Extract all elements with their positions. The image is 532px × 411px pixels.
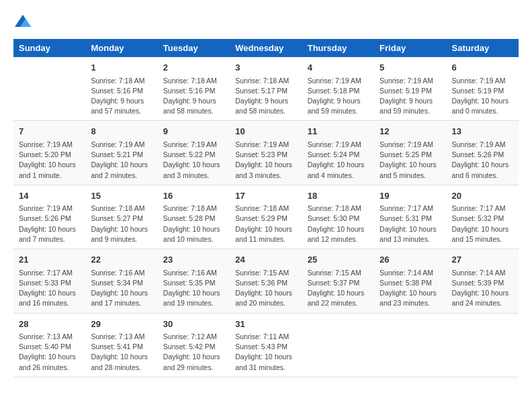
calendar-cell: 8Sunrise: 7:19 AM Sunset: 5:21 PM Daylig… xyxy=(85,121,157,185)
day-info: Sunrise: 7:18 AM Sunset: 5:29 PM Dayligh… xyxy=(235,203,296,244)
calendar-cell: 11Sunrise: 7:19 AM Sunset: 5:24 PM Dayli… xyxy=(302,121,374,185)
day-info: Sunrise: 7:12 AM Sunset: 5:42 PM Dayligh… xyxy=(163,332,224,373)
day-number: 19 xyxy=(380,189,441,203)
calendar-cell: 15Sunrise: 7:18 AM Sunset: 5:27 PM Dayli… xyxy=(85,185,157,248)
day-info: Sunrise: 7:19 AM Sunset: 5:22 PM Dayligh… xyxy=(163,140,224,181)
day-info: Sunrise: 7:14 AM Sunset: 5:38 PM Dayligh… xyxy=(380,268,441,309)
day-info: Sunrise: 7:19 AM Sunset: 5:24 PM Dayligh… xyxy=(308,140,369,181)
day-info: Sunrise: 7:17 AM Sunset: 5:31 PM Dayligh… xyxy=(380,203,441,244)
day-info: Sunrise: 7:18 AM Sunset: 5:16 PM Dayligh… xyxy=(91,76,152,117)
day-number: 9 xyxy=(163,125,224,138)
weekday-header-row: SundayMondayTuesdayWednesdayThursdayFrid… xyxy=(13,39,519,57)
day-info: Sunrise: 7:19 AM Sunset: 5:26 PM Dayligh… xyxy=(452,140,513,181)
calendar-cell: 31Sunrise: 7:11 AM Sunset: 5:43 PM Dayli… xyxy=(230,313,302,377)
day-number: 17 xyxy=(235,189,296,203)
calendar-cell: 12Sunrise: 7:19 AM Sunset: 5:25 PM Dayli… xyxy=(374,121,446,185)
day-info: Sunrise: 7:19 AM Sunset: 5:23 PM Dayligh… xyxy=(235,140,296,181)
day-info: Sunrise: 7:19 AM Sunset: 5:25 PM Dayligh… xyxy=(380,140,441,181)
day-number: 30 xyxy=(163,318,224,331)
calendar-cell: 20Sunrise: 7:17 AM Sunset: 5:32 PM Dayli… xyxy=(447,185,519,248)
calendar-cell: 4Sunrise: 7:19 AM Sunset: 5:18 PM Daylig… xyxy=(302,57,374,121)
day-info: Sunrise: 7:13 AM Sunset: 5:41 PM Dayligh… xyxy=(91,332,152,373)
day-number: 22 xyxy=(91,253,152,267)
calendar-cell xyxy=(302,313,374,377)
day-number: 26 xyxy=(380,253,441,267)
calendar-cell: 29Sunrise: 7:13 AM Sunset: 5:41 PM Dayli… xyxy=(85,313,157,377)
day-info: Sunrise: 7:18 AM Sunset: 5:28 PM Dayligh… xyxy=(163,203,224,244)
calendar-cell: 1Sunrise: 7:18 AM Sunset: 5:16 PM Daylig… xyxy=(85,57,157,121)
calendar-cell: 28Sunrise: 7:13 AM Sunset: 5:40 PM Dayli… xyxy=(13,313,85,377)
calendar-cell xyxy=(447,313,519,377)
day-info: Sunrise: 7:18 AM Sunset: 5:27 PM Dayligh… xyxy=(91,203,152,244)
calendar-cell: 27Sunrise: 7:14 AM Sunset: 5:39 PM Dayli… xyxy=(447,249,519,313)
day-number: 10 xyxy=(235,125,296,138)
calendar-cell: 30Sunrise: 7:12 AM Sunset: 5:42 PM Dayli… xyxy=(158,313,230,377)
calendar-cell: 23Sunrise: 7:16 AM Sunset: 5:35 PM Dayli… xyxy=(158,249,230,313)
day-info: Sunrise: 7:14 AM Sunset: 5:39 PM Dayligh… xyxy=(452,268,513,309)
calendar-cell: 2Sunrise: 7:18 AM Sunset: 5:16 PM Daylig… xyxy=(158,57,230,121)
day-info: Sunrise: 7:19 AM Sunset: 5:20 PM Dayligh… xyxy=(19,140,80,181)
calendar-week-row: 1Sunrise: 7:18 AM Sunset: 5:16 PM Daylig… xyxy=(13,57,519,121)
calendar-cell: 22Sunrise: 7:16 AM Sunset: 5:34 PM Dayli… xyxy=(85,249,157,313)
day-info: Sunrise: 7:18 AM Sunset: 5:16 PM Dayligh… xyxy=(163,76,224,117)
day-info: Sunrise: 7:19 AM Sunset: 5:26 PM Dayligh… xyxy=(19,203,80,244)
calendar-cell xyxy=(13,57,85,121)
calendar-cell: 17Sunrise: 7:18 AM Sunset: 5:29 PM Dayli… xyxy=(230,185,302,248)
day-number: 23 xyxy=(163,253,224,267)
calendar-cell: 10Sunrise: 7:19 AM Sunset: 5:23 PM Dayli… xyxy=(230,121,302,185)
day-info: Sunrise: 7:15 AM Sunset: 5:37 PM Dayligh… xyxy=(308,268,369,309)
day-number: 13 xyxy=(452,125,513,138)
day-number: 25 xyxy=(308,253,369,267)
day-number: 16 xyxy=(163,189,224,203)
day-info: Sunrise: 7:16 AM Sunset: 5:34 PM Dayligh… xyxy=(91,268,152,309)
day-info: Sunrise: 7:18 AM Sunset: 5:30 PM Dayligh… xyxy=(308,203,369,244)
calendar-table: SundayMondayTuesdayWednesdayThursdayFrid… xyxy=(13,39,519,377)
day-number: 18 xyxy=(308,189,369,203)
day-number: 6 xyxy=(452,61,513,75)
day-info: Sunrise: 7:19 AM Sunset: 5:18 PM Dayligh… xyxy=(308,76,369,117)
day-number: 11 xyxy=(308,125,369,138)
calendar-week-row: 21Sunrise: 7:17 AM Sunset: 5:33 PM Dayli… xyxy=(13,249,519,313)
weekday-header-friday: Friday xyxy=(374,39,446,57)
calendar-cell: 19Sunrise: 7:17 AM Sunset: 5:31 PM Dayli… xyxy=(374,185,446,248)
calendar-cell: 21Sunrise: 7:17 AM Sunset: 5:33 PM Dayli… xyxy=(13,249,85,313)
weekday-header-tuesday: Tuesday xyxy=(158,39,230,57)
day-info: Sunrise: 7:11 AM Sunset: 5:43 PM Dayligh… xyxy=(235,332,296,373)
day-info: Sunrise: 7:17 AM Sunset: 5:32 PM Dayligh… xyxy=(452,203,513,244)
day-number: 2 xyxy=(163,61,224,75)
day-number: 4 xyxy=(308,61,369,75)
day-number: 24 xyxy=(235,253,296,267)
day-number: 8 xyxy=(91,125,152,138)
day-number: 21 xyxy=(19,253,80,267)
day-number: 29 xyxy=(91,318,152,331)
day-number: 14 xyxy=(19,189,80,203)
calendar-cell: 14Sunrise: 7:19 AM Sunset: 5:26 PM Dayli… xyxy=(13,185,85,248)
day-info: Sunrise: 7:15 AM Sunset: 5:36 PM Dayligh… xyxy=(235,268,296,309)
weekday-header-thursday: Thursday xyxy=(302,39,374,57)
day-info: Sunrise: 7:19 AM Sunset: 5:21 PM Dayligh… xyxy=(91,140,152,181)
calendar-cell: 13Sunrise: 7:19 AM Sunset: 5:26 PM Dayli… xyxy=(447,121,519,185)
calendar-cell: 18Sunrise: 7:18 AM Sunset: 5:30 PM Dayli… xyxy=(302,185,374,248)
calendar-cell: 25Sunrise: 7:15 AM Sunset: 5:37 PM Dayli… xyxy=(302,249,374,313)
day-info: Sunrise: 7:13 AM Sunset: 5:40 PM Dayligh… xyxy=(19,332,80,373)
day-number: 5 xyxy=(380,61,441,75)
day-info: Sunrise: 7:19 AM Sunset: 5:19 PM Dayligh… xyxy=(380,76,441,117)
day-number: 3 xyxy=(235,61,296,75)
day-info: Sunrise: 7:16 AM Sunset: 5:35 PM Dayligh… xyxy=(163,268,224,309)
calendar-cell: 16Sunrise: 7:18 AM Sunset: 5:28 PM Dayli… xyxy=(158,185,230,248)
logo xyxy=(13,13,35,32)
day-number: 27 xyxy=(452,253,513,267)
logo-icon xyxy=(13,13,32,32)
weekday-header-wednesday: Wednesday xyxy=(230,39,302,57)
weekday-header-sunday: Sunday xyxy=(13,39,85,57)
calendar-cell: 26Sunrise: 7:14 AM Sunset: 5:38 PM Dayli… xyxy=(374,249,446,313)
calendar-cell: 7Sunrise: 7:19 AM Sunset: 5:20 PM Daylig… xyxy=(13,121,85,185)
day-number: 15 xyxy=(91,189,152,203)
calendar-week-row: 28Sunrise: 7:13 AM Sunset: 5:40 PM Dayli… xyxy=(13,313,519,377)
day-number: 20 xyxy=(452,189,513,203)
day-info: Sunrise: 7:18 AM Sunset: 5:17 PM Dayligh… xyxy=(235,76,296,117)
weekday-header-saturday: Saturday xyxy=(447,39,519,57)
day-number: 28 xyxy=(19,318,80,331)
calendar-cell xyxy=(374,313,446,377)
weekday-header-monday: Monday xyxy=(85,39,157,57)
